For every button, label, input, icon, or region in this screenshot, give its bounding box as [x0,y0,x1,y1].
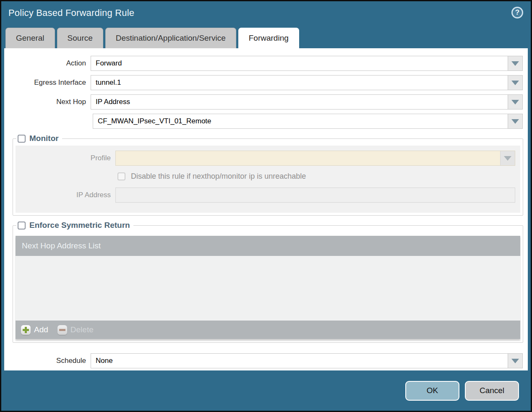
profile-label: Profile [16,154,115,162]
profile-dropdown-button [500,151,515,165]
monitor-checkbox[interactable] [18,135,26,143]
next-hop-address-row: CF_MWAN_IPsec_VTI_01_Remote [4,114,523,129]
dialog-titlebar: Policy Based Forwarding Rule ? [1,1,531,28]
schedule-dropdown-button[interactable] [508,354,522,368]
schedule-row: Schedule None [4,353,523,368]
next-hop-address-value: CF_MWAN_IPsec_VTI_01_Remote [93,114,508,128]
monitor-ip-address-row: IP Address [16,188,515,203]
profile-value [116,151,500,165]
next-hop-value: IP Address [91,95,508,109]
chevron-down-icon [511,81,519,85]
egress-interface-value: tunnel.1 [91,76,508,90]
monitor-title: Monitor [29,134,59,143]
minus-icon [57,325,67,335]
tab-forwarding[interactable]: Forwarding [238,28,299,48]
help-icon[interactable]: ? [511,7,523,18]
next-hop-select[interactable]: IP Address [91,94,523,110]
monitor-ip-address-label: IP Address [16,191,115,199]
delete-button: Delete [57,325,94,335]
enforce-symmetric-return-legend: Enforce Symmetric Return [16,221,133,230]
plus-icon [21,325,31,335]
forwarding-tab-panel: Action Forward Egress Interface tunnel.1… [4,48,528,370]
monitor-ip-address-input [115,188,515,203]
disable-rule-checkbox [117,172,125,180]
chevron-down-icon [511,359,519,363]
chevron-down-icon [511,100,519,104]
next-hop-address-list-header: Next Hop Address List [16,236,520,256]
action-select[interactable]: Forward [91,56,523,71]
chevron-down-icon [511,61,519,66]
delete-button-label: Delete [70,325,94,334]
next-hop-address-list-toolbar: Add Delete [16,321,520,339]
action-row: Action Forward [4,56,523,71]
profile-select [115,151,515,166]
monitor-ip-address-value [116,188,515,202]
add-button-label: Add [34,325,48,334]
tab-bar: General Source Destination/Application/S… [1,28,531,48]
cancel-button[interactable]: Cancel [465,381,519,401]
enforce-symmetric-return-title: Enforce Symmetric Return [29,221,130,230]
pbf-rule-dialog: Policy Based Forwarding Rule ? General S… [0,0,532,412]
dialog-footer: OK Cancel [1,370,531,411]
next-hop-address-list-table: Next Hop Address List Add Delete [16,236,520,339]
egress-interface-select[interactable]: tunnel.1 [91,75,523,90]
action-dropdown-button[interactable] [508,56,522,70]
next-hop-dropdown-button[interactable] [508,95,522,109]
action-label: Action [4,59,91,68]
schedule-value: None [91,354,508,368]
disable-rule-row: Disable this rule if nexthop/monitor ip … [117,172,516,181]
next-hop-label: Next Hop [4,98,91,106]
action-value: Forward [91,56,508,70]
egress-interface-label: Egress Interface [4,78,91,87]
tab-general[interactable]: General [5,28,55,48]
tab-source[interactable]: Source [57,28,103,48]
chevron-down-icon [504,156,511,161]
egress-interface-dropdown-button[interactable] [508,76,522,90]
next-hop-address-dropdown-button[interactable] [508,114,522,128]
schedule-label: Schedule [4,357,91,365]
next-hop-address-select[interactable]: CF_MWAN_IPsec_VTI_01_Remote [93,114,523,129]
chevron-down-icon [511,119,519,124]
add-button[interactable]: Add [21,325,48,335]
next-hop-row: Next Hop IP Address [4,94,523,110]
disable-rule-label: Disable this rule if nexthop/monitor ip … [131,172,306,181]
enforce-symmetric-return-checkbox[interactable] [18,222,26,229]
dialog-title: Policy Based Forwarding Rule [8,8,134,18]
profile-row: Profile [16,151,515,166]
schedule-select[interactable]: None [91,353,523,368]
monitor-legend: Monitor [16,134,62,143]
ok-button[interactable]: OK [405,381,459,401]
tab-destination-application-service[interactable]: Destination/Application/Service [105,28,236,48]
monitor-group: Monitor Profile Disable this rule if nex… [13,134,523,216]
monitor-panel: Profile Disable this rule if nexthop/mon… [16,146,520,213]
enforce-symmetric-return-group: Enforce Symmetric Return Next Hop Addres… [13,221,523,343]
egress-interface-row: Egress Interface tunnel.1 [4,75,523,90]
next-hop-address-list-body[interactable] [16,256,520,321]
